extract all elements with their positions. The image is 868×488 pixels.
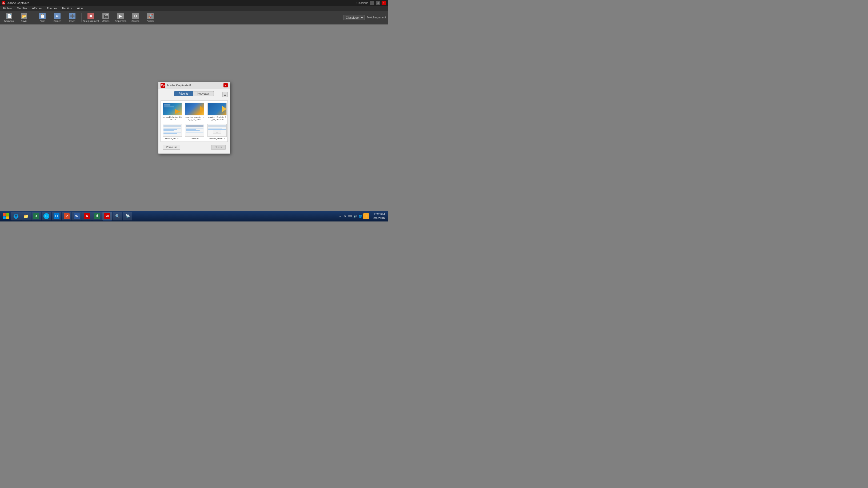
title-bar-left: Cp Adobe Captivate — [2, 1, 29, 4]
insert-label: Insert — [69, 20, 75, 22]
window-controls: Classique − □ × — [356, 1, 386, 5]
notification-icon[interactable]: ! — [363, 213, 369, 219]
file-name-1: vendorRefresher 20151216 — [163, 116, 182, 121]
taskbar-app-excel[interactable]: X — [31, 212, 41, 220]
file-item[interactable]: slide12_00116 — [162, 123, 183, 140]
file-item[interactable]: □ untitled_demo11 — [207, 123, 227, 140]
word-icon: W — [74, 213, 80, 219]
toolbar-form[interactable]: 📋 Form — [35, 12, 49, 24]
screen-line — [163, 133, 178, 134]
screen-line — [163, 130, 174, 131]
menu-fenetre[interactable]: Fenêtre — [60, 6, 74, 10]
menu-modifier[interactable]: Modifier — [15, 6, 29, 10]
file-item[interactable]: spanish_supplier_v1_2_02_2016 — [184, 102, 205, 122]
excel-icon: X — [33, 213, 39, 219]
enregistrement-icon: ⏺ — [88, 13, 94, 19]
network-icon: 📡 — [125, 213, 130, 219]
skype-icon: S — [43, 213, 49, 219]
toolbar-diaporama[interactable]: ▶ Diaporama — [114, 12, 127, 24]
windows-logo-icon — [3, 213, 9, 219]
maximize-button[interactable]: □ — [376, 1, 380, 5]
service-icon: ⚙ — [132, 13, 139, 19]
file-thumbnail-5 — [185, 124, 204, 137]
app-icon: Cp — [2, 1, 5, 4]
menu-aide[interactable]: Aide — [75, 6, 85, 10]
app-title: Adobe Captivate — [7, 1, 29, 4]
flag-icon[interactable]: ⚑ — [343, 214, 347, 218]
thumbnail-preview-5 — [185, 124, 204, 136]
taskbar-app-acrobat[interactable]: A — [82, 212, 92, 220]
thumbnail-preview-1 — [163, 103, 182, 115]
minimize-button[interactable]: − — [370, 1, 374, 5]
network-status-icon[interactable]: 🌐 — [358, 214, 363, 218]
systray: ▲ ⚑ ⌨ 🔊 🌐 ! — [337, 213, 370, 219]
publier-label: Publier — [147, 20, 154, 22]
download-label: Téléchargement — [367, 16, 386, 19]
acrobat-icon: A — [84, 213, 90, 219]
file-thumbnail-6: □ — [208, 124, 227, 137]
file-name-5: slide120 — [191, 137, 199, 140]
thumbnail-preview-4 — [163, 124, 182, 136]
toolbar-ouvrir[interactable]: 📂 Ouvrir — [17, 12, 31, 24]
workspace-label: Classique — [356, 2, 368, 4]
toolbar-publier[interactable]: 🚀 Publier — [144, 12, 157, 24]
screen-label: Screen — [54, 20, 61, 22]
nouveau-label: Nouveau — [4, 20, 14, 22]
dialog: Cp Adobe Captivate 8 × Récents Nouveaux … — [158, 82, 230, 154]
browse-button[interactable]: Parcourir — [163, 145, 181, 150]
menu-fichier[interactable]: Fichier — [1, 6, 14, 10]
ouvrir-label: Ouvrir — [21, 20, 28, 22]
taskbar-app-excel2[interactable]: X̄ — [92, 212, 102, 220]
search-icon: 🔍 — [115, 213, 120, 219]
toolbar-medias[interactable]: 🎬 Médias — [99, 12, 113, 24]
enregistrement-label: Enregistrement — [83, 20, 99, 22]
toolbar-enregistrement[interactable]: ⏺ Enregistrement — [84, 12, 98, 24]
taskbar-app-word[interactable]: W — [72, 212, 82, 220]
taskbar-app-skype[interactable]: S — [41, 212, 51, 220]
close-button[interactable]: × — [381, 1, 386, 5]
file-item[interactable]: vendorRefresher 20151216 — [162, 102, 183, 122]
diaporama-icon: ▶ — [117, 13, 124, 19]
file-item[interactable]: slide120 — [184, 123, 205, 140]
menu-themes[interactable]: Thèmes — [44, 6, 59, 10]
medias-label: Médias — [102, 20, 109, 22]
dialog-title: Adobe Captivate 8 — [167, 84, 191, 87]
file-grid-wrapper: vendorRefresher 20151216 — [160, 100, 228, 142]
dialog-close-button[interactable]: × — [223, 83, 228, 88]
toolbar-service[interactable]: ⚙ Service — [128, 12, 143, 24]
taskbar-app-network[interactable]: 📡 — [123, 212, 132, 220]
outlook-icon: O — [54, 213, 59, 219]
screen-line — [163, 132, 181, 132]
taskbar-app-search[interactable]: 🔍 — [113, 212, 122, 220]
taskbar-app-outlook[interactable]: O — [52, 212, 61, 220]
workspace-dropdown[interactable]: Classique — [343, 15, 365, 20]
volume-icon[interactable]: 🔊 — [353, 214, 357, 218]
systray-chevron[interactable]: ▲ — [338, 214, 342, 218]
file-name-2: spanish_supplier_v1_2_02_2016 — [185, 116, 204, 121]
toolbar-nouveau[interactable]: 📄 Nouveau — [2, 12, 16, 24]
view-toggle-icon[interactable]: ☰ — [222, 92, 228, 97]
form-icon: 📋 — [39, 13, 45, 19]
tab-nouveaux[interactable]: Nouveaux — [193, 91, 214, 96]
taskbar-app-ie[interactable]: 🌐 — [11, 212, 21, 220]
toolbar-insert[interactable]: ➕ Insert — [65, 12, 79, 24]
keyboard-icon[interactable]: ⌨ — [348, 214, 352, 218]
dialog-titlebar: Cp Adobe Captivate 8 × — [158, 82, 230, 89]
taskbar-app-captivate[interactable]: Cp — [102, 212, 112, 220]
file-item[interactable]: supplier_English_01_01_2016 Pr — [207, 102, 227, 122]
file-name-4: slide12_00116 — [165, 137, 179, 140]
toolbar-screen[interactable]: 🖥 Screen — [51, 12, 64, 24]
medias-icon: 🎬 — [102, 13, 109, 19]
menu-afficher[interactable]: Afficher — [30, 6, 44, 10]
screen-line — [186, 132, 204, 132]
screen-line — [163, 129, 178, 130]
publier-icon: 🚀 — [147, 13, 154, 19]
taskbar: 🌐 📁 X S O P W A X̄ Cp 🔍 📡 ▲ — [0, 211, 388, 222]
tab-recents[interactable]: Récents — [174, 91, 193, 96]
file-thumbnail-3 — [208, 103, 227, 116]
start-button[interactable] — [1, 212, 11, 220]
taskbar-app-explorer[interactable]: 📁 — [21, 212, 31, 220]
title-bar: Cp Adobe Captivate Classique − □ × — [0, 0, 388, 6]
system-clock[interactable]: 7:27 PM 3/1/2016 — [371, 213, 387, 220]
taskbar-app-powerpoint[interactable]: P — [62, 212, 71, 220]
